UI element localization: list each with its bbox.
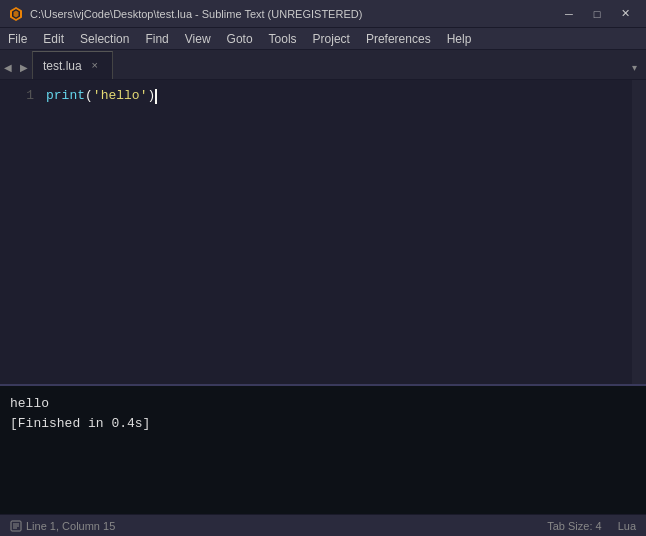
code-line-1: print('hello') [46, 86, 628, 106]
code-editor[interactable]: print('hello') [42, 80, 632, 384]
code-keyword: print [46, 86, 85, 106]
title-bar-left: C:\Users\vjCode\Desktop\test.lua - Subli… [8, 6, 362, 22]
close-button[interactable]: ✕ [612, 5, 638, 23]
status-left: Line 1, Column 15 [10, 520, 115, 532]
output-panel: hello [Finished in 0.4s] [0, 384, 646, 514]
output-content: hello [Finished in 0.4s] [0, 386, 632, 514]
editor-scrollbar[interactable] [632, 80, 646, 384]
tab-bar: ◀ ▶ test.lua × ▾ [0, 50, 646, 80]
menu-tools[interactable]: Tools [261, 28, 305, 50]
menu-find[interactable]: Find [137, 28, 176, 50]
menu-goto[interactable]: Goto [219, 28, 261, 50]
tab-nav-right[interactable]: ▶ [16, 55, 32, 79]
tab-label: test.lua [43, 59, 82, 73]
title-bar: C:\Users\vjCode\Desktop\test.lua - Subli… [0, 0, 646, 28]
output-row: hello [Finished in 0.4s] [0, 386, 646, 514]
minimize-button[interactable]: ─ [556, 5, 582, 23]
svg-marker-2 [14, 10, 19, 17]
line-number-1: 1 [0, 86, 34, 106]
menu-edit[interactable]: Edit [35, 28, 72, 50]
maximize-button[interactable]: □ [584, 5, 610, 23]
code-string: 'hello' [93, 86, 148, 106]
tab-size: Tab Size: 4 [547, 520, 601, 532]
output-line-2: [Finished in 0.4s] [10, 414, 622, 434]
menu-file[interactable]: File [0, 28, 35, 50]
title-bar-controls: ─ □ ✕ [556, 5, 638, 23]
cursor-position: Line 1, Column 15 [26, 520, 115, 532]
language: Lua [618, 520, 636, 532]
output-line-1: hello [10, 394, 622, 414]
menu-help[interactable]: Help [439, 28, 480, 50]
menu-view[interactable]: View [177, 28, 219, 50]
line-numbers: 1 [0, 80, 42, 384]
sublime-icon [8, 6, 24, 22]
status-icon [10, 520, 22, 532]
window-title: C:\Users\vjCode\Desktop\test.lua - Subli… [30, 8, 362, 20]
menu-preferences[interactable]: Preferences [358, 28, 439, 50]
status-bar: Line 1, Column 15 Tab Size: 4 Lua [0, 514, 646, 536]
tab-nav-left[interactable]: ◀ [0, 55, 16, 79]
active-tab[interactable]: test.lua × [32, 51, 113, 79]
editor-area: 1 print('hello') [0, 80, 646, 384]
text-cursor [155, 89, 157, 104]
tab-dropdown-button[interactable]: ▾ [622, 55, 646, 79]
menu-project[interactable]: Project [305, 28, 358, 50]
menu-bar: File Edit Selection Find View Goto Tools… [0, 28, 646, 50]
tab-close-button[interactable]: × [88, 59, 102, 73]
status-right: Tab Size: 4 Lua [547, 520, 636, 532]
output-scrollbar[interactable] [632, 386, 646, 514]
menu-selection[interactable]: Selection [72, 28, 137, 50]
